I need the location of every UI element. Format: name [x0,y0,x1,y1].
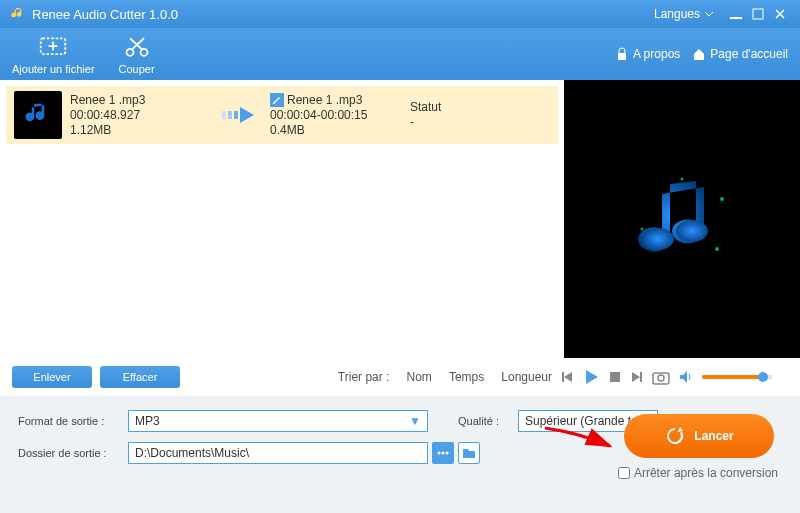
chevron-down-icon: ▼ [409,414,421,428]
format-label: Format de sortie : [18,415,128,427]
about-link[interactable]: A propos [615,47,680,61]
file-row[interactable]: Renee 1 .mp3 00:00:48.927 1.12MB Renee 1… [6,86,558,144]
preview-panel [564,80,800,358]
svg-point-11 [641,228,644,231]
source-file-info: Renee 1 .mp3 00:00:48.927 1.12MB [70,93,210,138]
file-thumbnail [14,91,62,139]
minimize-button[interactable] [726,4,746,24]
close-button[interactable] [770,4,790,24]
svg-point-18 [438,452,441,455]
svg-rect-8 [234,111,238,119]
volume-icon[interactable] [678,370,694,384]
stop-after-checkbox[interactable]: Arrêter après la conversion [618,466,778,480]
play-button[interactable] [582,368,600,386]
svg-rect-6 [222,111,226,119]
maximize-button[interactable] [748,4,768,24]
svg-rect-0 [730,17,742,19]
svg-point-9 [681,178,684,181]
home-link[interactable]: Page d'accueil [692,47,788,61]
status-column: Statut - [410,100,470,130]
home-icon [692,47,706,61]
svg-rect-5 [618,53,626,60]
svg-point-14 [676,220,708,242]
app-logo-icon [10,6,26,22]
lock-icon [615,47,629,61]
volume-slider[interactable] [702,375,772,379]
arrow-icon [220,105,260,125]
sort-by-length[interactable]: Longueur [501,370,552,384]
camera-button[interactable] [652,369,670,385]
svg-point-13 [642,228,674,250]
launch-button[interactable]: Lancer [624,414,774,458]
music-note-icon [622,159,742,279]
stop-button[interactable] [608,370,622,384]
svg-point-17 [658,375,664,381]
svg-point-20 [446,452,449,455]
chevron-down-icon [704,9,714,19]
next-button[interactable] [630,370,644,384]
language-selector[interactable]: Langues [654,7,714,21]
refresh-icon [664,425,686,447]
app-title: Renee Audio Cutter 1.0.0 [32,7,654,22]
file-list: Renee 1 .mp3 00:00:48.927 1.12MB Renee 1… [0,80,564,358]
language-label: Langues [654,7,700,21]
add-file-button[interactable]: Ajouter un fichier [12,33,95,75]
svg-point-10 [720,197,724,201]
scissors-icon [123,33,151,61]
filmstrip-plus-icon [39,33,67,61]
svg-rect-1 [753,9,763,19]
svg-point-19 [442,452,445,455]
svg-point-12 [715,247,719,251]
sort-by-name[interactable]: Nom [406,370,431,384]
output-file-info: Renee 1 .mp3 00:00:04-00:00:15 0.4MB [270,93,410,138]
edit-icon[interactable] [270,93,284,107]
folder-input[interactable]: D:\Documents\Music\ [128,442,428,464]
clear-button[interactable]: Effacer [100,366,180,388]
cut-button[interactable]: Couper [119,33,155,75]
remove-button[interactable]: Enlever [12,366,92,388]
folder-label: Dossier de sortie : [18,447,128,459]
svg-rect-7 [228,111,232,119]
svg-rect-15 [610,372,620,382]
browse-button[interactable] [432,442,454,464]
sort-label: Trier par : [338,370,390,384]
quality-label: Qualité : [458,415,518,427]
sort-by-time[interactable]: Temps [449,370,484,384]
open-folder-button[interactable] [458,442,480,464]
prev-button[interactable] [560,370,574,384]
format-select[interactable]: MP3 ▼ [128,410,428,432]
